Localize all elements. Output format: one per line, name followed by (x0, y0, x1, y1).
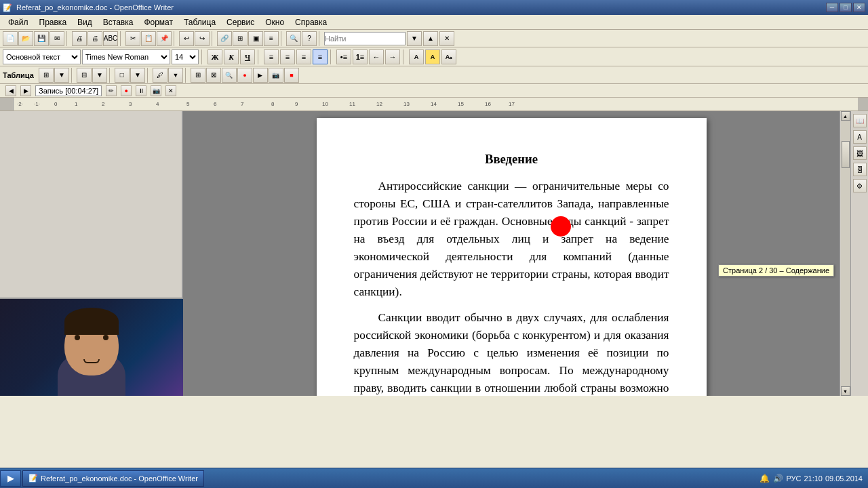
save-button[interactable]: 💾 (34, 31, 49, 46)
menu-window[interactable]: Окно (260, 16, 290, 28)
char-highlight-button[interactable]: Aₐ (441, 49, 456, 64)
gallery-icon[interactable]: 🖼 (853, 146, 867, 160)
rec-pause[interactable]: ⏸ (136, 85, 146, 96)
undo-button[interactable]: ↩ (179, 31, 194, 46)
scroll-down-button[interactable]: ▼ (841, 386, 850, 396)
tabla-btn1[interactable]: ⊞ (39, 68, 54, 83)
find-next-button[interactable]: ▼ (407, 31, 422, 46)
find-prev-button[interactable]: ▲ (423, 31, 438, 46)
italic-button[interactable]: К (224, 49, 239, 64)
tabla-btn8[interactable]: ▼ (168, 68, 183, 83)
indent-increase-button[interactable]: → (385, 49, 400, 64)
rec-red1[interactable]: ● (121, 85, 132, 96)
tabla-zoom[interactable]: 🔍 (222, 68, 237, 83)
ruler-tick-13: 13 (403, 101, 410, 107)
insert-list-button[interactable]: ≡ (264, 31, 279, 46)
scroll-track[interactable] (841, 121, 850, 386)
tabla-btn5[interactable]: □ (115, 68, 130, 83)
macro-icon[interactable]: ⚙ (853, 179, 867, 192)
navigator-icon[interactable]: 📖 (853, 114, 867, 127)
tabla-btn10[interactable]: ⊠ (206, 68, 221, 83)
cut-button[interactable]: ✂ (125, 31, 140, 46)
tabla-btn3[interactable]: ⊟ (77, 68, 92, 83)
tabla-play[interactable]: ▶ (253, 68, 268, 83)
underline-button[interactable]: Ч (240, 49, 255, 64)
open-button[interactable]: 📂 (18, 31, 33, 46)
red-cursor (551, 216, 571, 237)
align-left-button[interactable]: ≡ (264, 49, 279, 64)
face-hair (64, 308, 119, 335)
taskbar-app-button[interactable]: 📝 Referat_po_ekonomike.doc - OpenOffice … (22, 470, 204, 487)
table-button[interactable]: ⊞ (233, 31, 248, 46)
close-button[interactable]: ✕ (853, 3, 865, 12)
size-select[interactable]: 14 (172, 49, 199, 64)
menu-edit[interactable]: Правка (34, 16, 73, 28)
align-right-button[interactable]: ≡ (296, 49, 311, 64)
bold-button[interactable]: Ж (208, 49, 222, 64)
insert-frame-button[interactable]: ▣ (248, 31, 263, 46)
ruler-tick-2: 2 (102, 101, 104, 107)
menu-help[interactable]: Справка (290, 16, 332, 28)
zoom-button[interactable]: 🔍 (286, 31, 301, 46)
menu-format[interactable]: Формат (138, 16, 178, 28)
new-button[interactable]: 📄 (3, 31, 18, 46)
tabla-stop[interactable]: ■ (284, 68, 299, 83)
left-eye (75, 335, 80, 340)
print-preview-button[interactable]: 🖨 (72, 31, 87, 46)
rec-cam-btn[interactable]: 📷 (151, 85, 161, 96)
rec-btn-right[interactable]: ▶ (20, 85, 31, 96)
style-select[interactable]: Основной текст (3, 49, 81, 64)
tabla-rec[interactable]: ● (237, 68, 252, 83)
indent-decrease-button[interactable]: ← (369, 49, 384, 64)
tabla-btn4[interactable]: ▼ (92, 68, 107, 83)
menu-table[interactable]: Таблица (178, 16, 221, 28)
styles-icon[interactable]: A (853, 130, 867, 144)
document-page: Введение Антироссийские санкции — ограни… (317, 118, 707, 396)
minimize-button[interactable]: ─ (826, 3, 838, 12)
tabla-btn9[interactable]: ⊞ (191, 68, 205, 83)
align-center-button[interactable]: ≡ (280, 49, 295, 64)
scroll-thumb[interactable] (842, 141, 850, 168)
ruler-tick-14: 14 (431, 101, 437, 107)
print-button[interactable]: 🖨 (87, 31, 102, 46)
bullets-button[interactable]: •≡ (336, 49, 351, 64)
maximize-button[interactable]: □ (840, 3, 852, 12)
app-icon: 📝 (3, 3, 12, 12)
ruler-tick-16: 16 (485, 101, 491, 107)
rec-edit-btn[interactable]: ✏ (106, 85, 117, 96)
tabla-cam[interactable]: 📷 (269, 68, 283, 83)
taskbar: ▶ 📝 Referat_po_ekonomike.doc - OpenOffic… (0, 468, 868, 488)
left-panel (0, 111, 183, 396)
find-close-button[interactable]: ✕ (439, 31, 454, 46)
find-input[interactable] (324, 32, 406, 45)
font-color-button[interactable]: A (409, 49, 424, 64)
align-justify-button[interactable]: ≡ (313, 49, 328, 64)
font-select[interactable]: Times New Roman (82, 49, 170, 64)
copy-button[interactable]: 📋 (141, 31, 156, 46)
email-button[interactable]: ✉ (50, 31, 64, 46)
start-button[interactable]: ▶ (0, 470, 21, 487)
help-button[interactable]: ? (302, 31, 317, 46)
ruler-tick-6: 6 (214, 101, 216, 107)
tabla-btn6[interactable]: ▼ (130, 68, 145, 83)
document-area[interactable]: Введение Антироссийские санкции — ограни… (183, 111, 840, 396)
menu-view[interactable]: Вид (72, 16, 98, 28)
rec-btn-left[interactable]: ◀ (5, 85, 16, 96)
spellcheck-button[interactable]: ABC (103, 31, 118, 46)
tabla-btn7[interactable]: 🖊 (153, 68, 167, 83)
hyperlink-button[interactable]: 🔗 (217, 31, 232, 46)
menu-insert[interactable]: Вставка (98, 16, 139, 28)
main-area: Введение Антироссийские санкции — ограни… (0, 111, 868, 396)
numbering-button[interactable]: 1≡ (353, 49, 368, 64)
datasource-icon[interactable]: 🗄 (853, 163, 867, 176)
rec-close[interactable]: ✕ (165, 85, 176, 96)
paste-button[interactable]: 📌 (157, 31, 172, 46)
tabla-btn2[interactable]: ▼ (54, 68, 69, 83)
scroll-up-button[interactable]: ▲ (841, 111, 850, 121)
menu-file[interactable]: Файл (3, 16, 34, 28)
redo-button[interactable]: ↪ (195, 31, 210, 46)
menu-tools[interactable]: Сервис (221, 16, 260, 28)
menu-bar: Файл Правка Вид Вставка Формат Таблица С… (0, 15, 868, 30)
highlight-button[interactable]: A (425, 49, 440, 64)
ruler-tick-7: 7 (241, 101, 243, 107)
